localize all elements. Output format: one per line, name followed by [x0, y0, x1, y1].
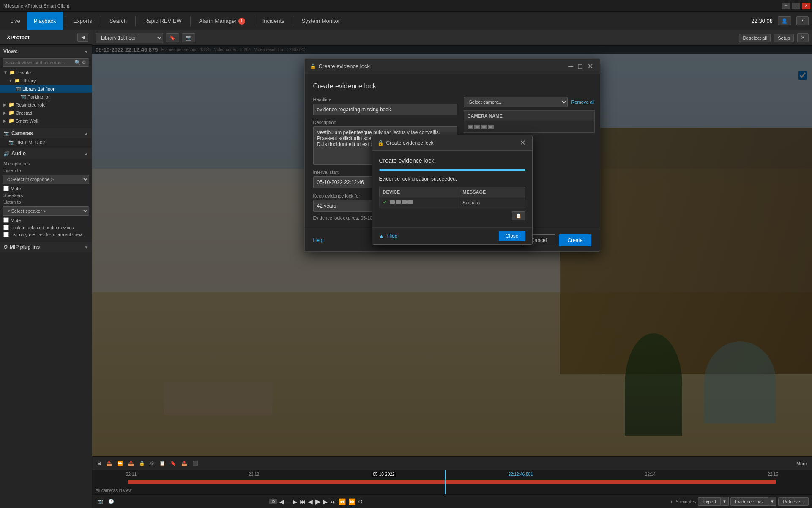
tl-icon-btn-5[interactable]: 🔒	[137, 460, 147, 467]
tree-item-library[interactable]: ▼ 📁 Library	[0, 77, 92, 85]
sidebar-collapse-button[interactable]: ◀	[77, 33, 88, 42]
tree-item-restricted[interactable]: ▶ 📁 Restricted role	[0, 101, 92, 109]
dialog-min-button[interactable]: ─	[566, 62, 574, 70]
tree-item-label: Ørestad	[16, 110, 32, 115]
camera-select-row: Select camera... Remove all	[464, 97, 595, 107]
bookmark-button[interactable]: 🔖	[166, 33, 179, 42]
inner-dialog-close-button[interactable]: ✕	[518, 139, 527, 147]
cameras-chevron: ▲	[84, 131, 88, 136]
help-link[interactable]: Help	[313, 237, 324, 243]
views-section-header[interactable]: Views ▼	[0, 47, 92, 57]
tree-item-private[interactable]: ▼ 📁 Private	[0, 69, 92, 77]
clock-btn[interactable]: 🕐	[107, 498, 116, 505]
headline-input[interactable]	[313, 104, 457, 115]
next-frame-button[interactable]: ⏭	[330, 498, 336, 505]
lock-icon: 🔒	[310, 63, 316, 69]
view-selector[interactable]: Library 1st floor	[96, 33, 163, 43]
evidence-arrow-button[interactable]: ▾	[768, 497, 776, 506]
time-label-5: 22:15	[768, 472, 778, 477]
go-end-button[interactable]: ⏩	[348, 498, 355, 505]
export-arrow-button[interactable]: ▾	[721, 497, 729, 506]
tl-icon-btn-8[interactable]: 🔖	[169, 460, 178, 467]
dialog-max-button[interactable]: □	[577, 62, 584, 70]
settings-button[interactable]: ⋮	[796, 16, 809, 25]
tab-live[interactable]: Live	[3, 12, 27, 30]
tab-playback[interactable]: Playback	[27, 12, 63, 30]
tab-alarm-manager[interactable]: Alarm Manager 1	[192, 12, 252, 30]
snapshot-button[interactable]: 📷	[182, 33, 195, 42]
tree-item-orestad[interactable]: ▶ 📁 Ørestad	[0, 109, 92, 117]
list-only-checkbox[interactable]	[3, 232, 9, 237]
loop-button[interactable]: ↺	[358, 498, 363, 505]
hide-chevron-icon: ▲	[379, 233, 384, 239]
minimize-button[interactable]: ─	[782, 3, 790, 9]
mute-spk-checkbox[interactable]	[3, 217, 9, 223]
prev-frame-button[interactable]: ⏮	[300, 498, 306, 505]
cameras-section-header[interactable]: 📷 Cameras ▲	[0, 128, 92, 138]
tl-icon-btn-4[interactable]: 📤	[126, 460, 136, 467]
lock-audio-checkbox[interactable]	[3, 225, 9, 230]
nav-divider-2	[101, 16, 101, 26]
tab-incidents[interactable]: Incidents	[256, 12, 291, 30]
camera-table: CAMERA NAME	[464, 110, 595, 133]
microphone-select[interactable]: < Select microphone >	[3, 175, 89, 184]
speaker-select[interactable]: < Select speaker >	[3, 206, 89, 216]
export-button[interactable]: Export	[698, 497, 721, 506]
tl-icon-btn-9[interactable]: 📤	[180, 460, 189, 467]
export-button-group: Export ▾	[698, 497, 729, 506]
tree-item-parking[interactable]: 📷 Parking lot	[0, 93, 92, 101]
speakers-label: Speakers	[0, 192, 92, 199]
camera-select-dropdown[interactable]: Select camera...	[464, 97, 568, 107]
audio-section-header[interactable]: 🔊 Audio ▲	[0, 148, 92, 159]
tab-search[interactable]: Search	[103, 12, 134, 30]
mip-icon: ⚙	[3, 244, 8, 250]
search-input[interactable]	[5, 60, 74, 65]
timeline: ⊞ 📥 ⏩ 📤 🔒 ⚙ 📋 🔖 📤 ⬛ More 22:11 22:12	[92, 456, 812, 494]
step-forward-button[interactable]: ▶	[323, 498, 328, 505]
hide-link[interactable]: Hide	[387, 233, 398, 239]
camera-item-dklt[interactable]: 📷 DKLT-MLU-02	[0, 138, 92, 146]
copy-button[interactable]: 📋	[512, 211, 525, 220]
playhead[interactable]	[445, 470, 446, 494]
tl-icon-btn-10[interactable]: ⬛	[191, 460, 200, 467]
more-button[interactable]: More	[795, 460, 809, 467]
tl-icon-btn-6[interactable]: ⚙	[148, 460, 156, 467]
retrieve-button[interactable]: Retrieve...	[778, 497, 809, 506]
step-back-button[interactable]: ◀	[308, 498, 313, 505]
create-button[interactable]: Create	[559, 234, 591, 246]
setup-button[interactable]: Setup	[774, 34, 794, 42]
deselect-all-button[interactable]: Deselect all	[739, 34, 771, 42]
mute-mic-checkbox[interactable]	[3, 186, 9, 191]
go-start-button[interactable]: ⏪	[339, 498, 346, 505]
cam-icon-1	[468, 125, 473, 129]
date-center-label: 05-10-2022	[371, 472, 396, 477]
audio-icon: 🔊	[3, 151, 10, 157]
zoom-in-button[interactable]: +	[668, 498, 674, 505]
speed-slider[interactable]: ◀──▶	[279, 498, 297, 505]
copy-row: 📋	[379, 211, 525, 220]
tab-rapid-review[interactable]: Rapid REVIEW	[137, 12, 189, 30]
inner-close-button[interactable]: Close	[499, 231, 525, 241]
user-profile-button[interactable]: 👤	[778, 16, 791, 25]
maximize-button[interactable]: □	[792, 3, 800, 9]
play-button[interactable]: ▶	[315, 497, 320, 505]
tl-icon-btn-7[interactable]: 📋	[158, 460, 167, 467]
alarm-badge: 1	[238, 18, 245, 25]
remove-all-link[interactable]: Remove all	[571, 99, 594, 104]
camera-icon-btn[interactable]: 📷	[96, 498, 105, 505]
tab-exports[interactable]: Exports	[67, 12, 99, 30]
tab-system-monitor[interactable]: System Monitor	[295, 12, 347, 30]
dialog-section-title: Create evidence lock	[313, 82, 591, 90]
close-button[interactable]: ✕	[802, 3, 810, 9]
tree-item-smart-wall[interactable]: ▶ 📁 Smart Wall	[0, 117, 92, 125]
timeline-track[interactable]: 22:11 22:12 05-10-2022 22:12:46.881 22:1…	[92, 470, 812, 494]
tl-icon-btn-2[interactable]: 📥	[104, 460, 114, 467]
mip-section-header[interactable]: ⚙ MIP plug-ins ▼	[0, 242, 92, 252]
tl-icon-btn-1[interactable]: ⊞	[96, 460, 103, 467]
microphones-label: Microphones	[0, 160, 92, 167]
dialog-close-button[interactable]: ✕	[586, 62, 595, 70]
tree-item-library-1st[interactable]: 📷 Library 1st floor	[0, 85, 92, 93]
close-view-button[interactable]: ✕	[797, 33, 809, 42]
evidence-lock-button[interactable]: Evidence lock	[730, 497, 768, 506]
tl-icon-btn-3[interactable]: ⏩	[115, 460, 125, 467]
